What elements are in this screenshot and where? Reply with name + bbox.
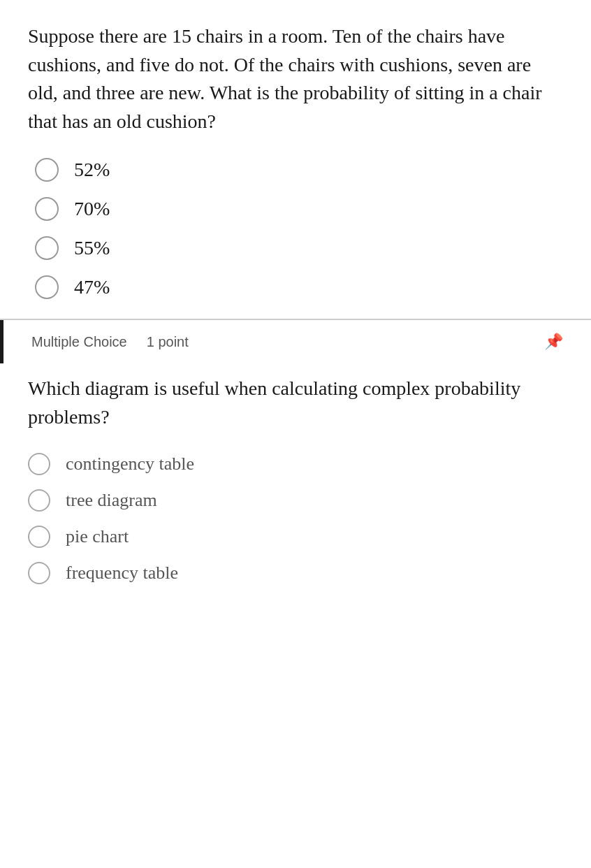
question2-option-a[interactable]: contingency table <box>28 453 591 475</box>
question1-option-c[interactable]: 55% <box>35 236 563 260</box>
question2-meta-bar: Multiple Choice 1 point 📌 <box>0 320 591 363</box>
radio-q2a[interactable] <box>28 453 50 475</box>
question2-options: contingency table tree diagram pie chart… <box>0 453 591 584</box>
label-q1c: 55% <box>74 237 110 259</box>
radio-q1c[interactable] <box>35 236 59 260</box>
question1-option-b[interactable]: 70% <box>35 197 563 221</box>
label-q1b: 70% <box>74 198 110 220</box>
question1-text: Suppose there are 15 chairs in a room. T… <box>28 22 563 136</box>
question1-option-d[interactable]: 47% <box>35 275 563 299</box>
label-q2c: pie chart <box>66 526 129 547</box>
question1-option-a[interactable]: 52% <box>35 158 563 182</box>
radio-q1b[interactable] <box>35 197 59 221</box>
radio-q2b[interactable] <box>28 489 50 512</box>
radio-q1a[interactable] <box>35 158 59 182</box>
question1-options: 52% 70% 55% 47% <box>28 158 563 299</box>
question2-section: Multiple Choice 1 point 📌 Which diagram … <box>0 320 591 603</box>
pin-icon[interactable]: 📌 <box>544 333 563 351</box>
question2-option-c[interactable]: pie chart <box>28 526 591 548</box>
question2-option-d[interactable]: frequency table <box>28 562 591 584</box>
question2-type: Multiple Choice <box>31 334 127 350</box>
question1-section: Suppose there are 15 chairs in a room. T… <box>0 0 591 319</box>
label-q1d: 47% <box>74 276 110 298</box>
label-q2d: frequency table <box>66 563 178 584</box>
radio-q2d[interactable] <box>28 562 50 584</box>
label-q1a: 52% <box>74 159 110 181</box>
question2-text: Which diagram is useful when calculating… <box>0 375 591 431</box>
label-q2b: tree diagram <box>66 490 157 511</box>
radio-q1d[interactable] <box>35 275 59 299</box>
label-q2a: contingency table <box>66 454 194 475</box>
question2-option-b[interactable]: tree diagram <box>28 489 591 512</box>
question2-meta-inner: Multiple Choice 1 point 📌 <box>15 333 563 351</box>
page-container: Suppose there are 15 chairs in a room. T… <box>0 0 591 868</box>
radio-q2c[interactable] <box>28 526 50 548</box>
question2-points: 1 point <box>147 334 189 350</box>
